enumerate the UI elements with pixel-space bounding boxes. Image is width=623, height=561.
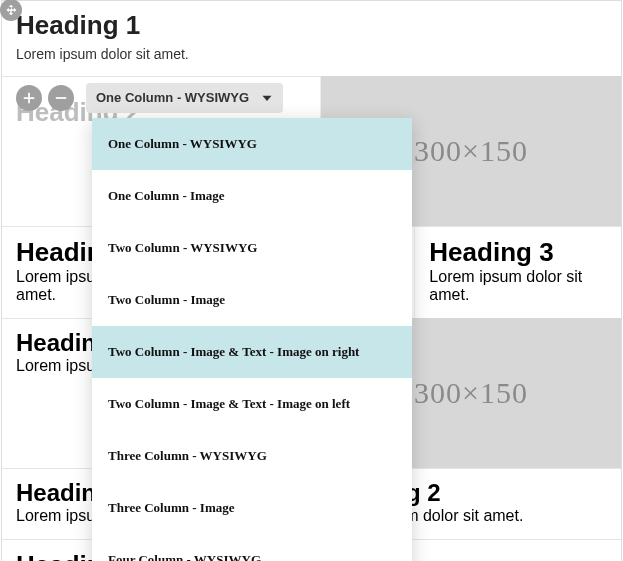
heading: Heading 3 bbox=[429, 237, 607, 268]
plus-icon bbox=[22, 91, 36, 105]
layout-option[interactable]: Three Column - WYSIWYG bbox=[92, 430, 412, 482]
layout-option[interactable]: Three Column - Image bbox=[92, 482, 412, 534]
body-text: Lorem ipsum dolor sit amet. bbox=[16, 46, 607, 62]
layout-select-label: One Column - WYSIWYG bbox=[96, 90, 249, 105]
drag-vertical-icon bbox=[5, 4, 17, 16]
content-block-1: Heading 1 Lorem ipsum dolor sit amet. bbox=[2, 1, 621, 77]
body-text: Lorem ipsum dolor sit amet. bbox=[429, 268, 607, 304]
minus-icon bbox=[54, 91, 68, 105]
layout-dropdown: One Column - WYSIWYGOne Column - ImageTw… bbox=[92, 118, 412, 561]
chevron-down-icon bbox=[261, 92, 273, 104]
add-block-button[interactable] bbox=[16, 85, 42, 111]
col-3: Heading 3 Lorem ipsum dolor sit amet. bbox=[414, 227, 621, 318]
layout-option[interactable]: Two Column - Image bbox=[92, 274, 412, 326]
layout-option[interactable]: Two Column - Image & Text - Image on rig… bbox=[92, 326, 412, 378]
drag-handle[interactable] bbox=[0, 0, 22, 21]
block-toolbar: One Column - WYSIWYG bbox=[16, 83, 283, 113]
layout-option[interactable]: Two Column - WYSIWYG bbox=[92, 222, 412, 274]
heading: Heading 1 bbox=[16, 11, 607, 40]
layout-option[interactable]: Two Column - Image & Text - Image on lef… bbox=[92, 378, 412, 430]
remove-block-button[interactable] bbox=[48, 85, 74, 111]
layout-option[interactable]: Four Column - WYSIWYG bbox=[92, 534, 412, 561]
layout-option[interactable]: One Column - WYSIWYG bbox=[92, 118, 412, 170]
layout-option[interactable]: One Column - Image bbox=[92, 170, 412, 222]
layout-select[interactable]: One Column - WYSIWYG bbox=[86, 83, 283, 113]
